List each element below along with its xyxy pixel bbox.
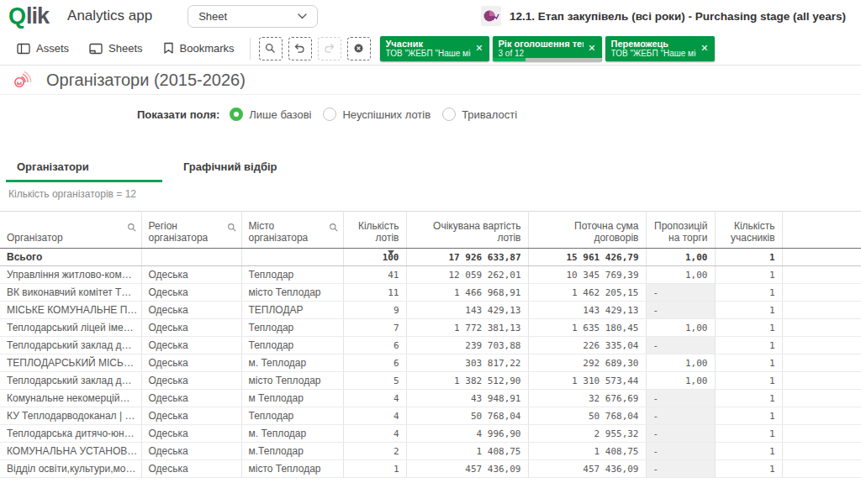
- cell-expected[interactable]: 1 466 968,91: [406, 284, 528, 302]
- cell-name[interactable]: Теплодарська дитячо-юн…: [0, 425, 141, 443]
- close-icon[interactable]: ✕: [588, 43, 595, 54]
- column-search-icon[interactable]: [227, 223, 237, 235]
- cell-region[interactable]: Одеська: [141, 319, 241, 337]
- cell-region[interactable]: Одеська: [141, 354, 241, 372]
- totals-cell-participants[interactable]: 1: [715, 249, 782, 266]
- sheets-button[interactable]: Sheets: [79, 32, 152, 65]
- radio-option-2[interactable]: Неуспішних лотів: [323, 108, 430, 121]
- cell-proposals[interactable]: 1,00: [646, 319, 715, 337]
- cell-current[interactable]: 457 436,09: [528, 460, 646, 478]
- cell-participants[interactable]: 1: [715, 460, 782, 478]
- column-header-name[interactable]: Організатор: [0, 212, 141, 249]
- column-header-lots[interactable]: Кількість лотів: [343, 212, 406, 249]
- cell-city[interactable]: місто Теплодар: [241, 372, 343, 390]
- cell-proposals[interactable]: -: [646, 284, 715, 302]
- column-search-icon[interactable]: [127, 223, 137, 235]
- cell-name[interactable]: Відділ освіти,культури,мо…: [0, 460, 141, 478]
- cell-current[interactable]: 292 689,30: [528, 354, 646, 372]
- radio-option-1[interactable]: Лише базові: [230, 108, 311, 121]
- cell-city[interactable]: Теплодар: [241, 407, 343, 425]
- cell-expected[interactable]: 1 382 512,90: [406, 372, 528, 390]
- cell-expected[interactable]: 303 817,22: [406, 354, 528, 372]
- cell-lots[interactable]: 41: [343, 266, 406, 284]
- totals-cell-expected[interactable]: 17 926 633,87: [406, 249, 528, 266]
- cell-name[interactable]: КОМУНАЛЬНА УСТАНОВ…: [0, 443, 141, 460]
- cell-name[interactable]: Теплодарський заклад д…: [0, 372, 141, 390]
- cell-current[interactable]: 1 462 205,15: [528, 284, 646, 302]
- search-selections-button[interactable]: [259, 37, 283, 60]
- column-header-proposals[interactable]: Пропозицій на торги: [646, 212, 715, 249]
- cell-name[interactable]: Управління житлово-ком…: [0, 266, 141, 284]
- cell-region[interactable]: Одеська: [141, 302, 241, 319]
- cell-proposals[interactable]: -: [646, 460, 715, 478]
- close-icon[interactable]: ✕: [700, 43, 708, 54]
- cell-proposals[interactable]: -: [646, 302, 715, 319]
- column-search-icon[interactable]: [329, 223, 339, 235]
- cell-city[interactable]: м Теплодар: [241, 390, 343, 407]
- cell-region[interactable]: Одеська: [141, 443, 241, 460]
- cell-city[interactable]: м. Теплодар: [241, 354, 343, 372]
- cell-lots[interactable]: 9: [343, 302, 406, 319]
- cell-lots[interactable]: 11: [343, 284, 406, 302]
- cell-expected[interactable]: 1 408,75: [406, 443, 528, 460]
- cell-city[interactable]: ТЕПЛОДАР: [241, 302, 343, 319]
- cell-region[interactable]: Одеська: [141, 337, 241, 354]
- cell-current[interactable]: 226 335,04: [528, 337, 646, 354]
- cell-region[interactable]: Одеська: [141, 460, 241, 478]
- cell-region[interactable]: Одеська: [141, 390, 241, 407]
- cell-participants[interactable]: 1: [715, 319, 782, 337]
- column-header-region[interactable]: Регіон організатора: [141, 212, 241, 249]
- cell-current[interactable]: 50 768,04: [528, 407, 646, 425]
- cell-name[interactable]: ТЕПЛОДАРСЬКИЙ МІСЬ…: [0, 354, 141, 372]
- cell-participants[interactable]: 1: [715, 443, 782, 460]
- cell-expected[interactable]: 1 772 381,13: [406, 319, 528, 337]
- cell-current[interactable]: 1 408,75: [528, 443, 646, 460]
- cell-region[interactable]: Одеська: [141, 284, 241, 302]
- sheet-selector[interactable]: Sheet: [188, 5, 318, 28]
- filter-chip-3[interactable]: ПереможецьТОВ "ЖЕБП "Наше міст…✕: [605, 36, 715, 61]
- cell-region[interactable]: Одеська: [141, 425, 241, 443]
- cell-expected[interactable]: 43 948,91: [406, 390, 528, 407]
- cell-lots[interactable]: 6: [343, 337, 406, 354]
- cell-participants[interactable]: 1: [715, 302, 782, 319]
- cell-expected[interactable]: 12 059 262,01: [406, 266, 528, 284]
- cell-participants[interactable]: 1: [715, 337, 782, 354]
- cell-city[interactable]: місто Теплодар: [241, 284, 343, 302]
- cell-lots[interactable]: 4: [343, 407, 406, 425]
- cell-proposals[interactable]: 1,00: [646, 372, 715, 390]
- cell-proposals[interactable]: 1,00: [646, 354, 715, 372]
- filter-chip-1[interactable]: УчасникТОВ "ЖЕБП "Наше міст…✕: [380, 36, 489, 61]
- cell-name[interactable]: МІСЬКЕ КОМУНАЛЬНЕ П…: [0, 302, 141, 319]
- cell-proposals[interactable]: -: [646, 443, 715, 460]
- cell-region[interactable]: Одеська: [141, 372, 241, 390]
- cell-region[interactable]: Одеська: [141, 407, 241, 425]
- cell-participants[interactable]: 1: [715, 390, 782, 407]
- cell-participants[interactable]: 1: [715, 266, 782, 284]
- cell-participants[interactable]: 1: [715, 425, 782, 443]
- cell-name[interactable]: Теплодарський заклад д…: [0, 337, 141, 354]
- cell-lots[interactable]: 5: [343, 372, 406, 390]
- cell-expected[interactable]: 50 768,04: [406, 407, 528, 425]
- cell-current[interactable]: 1 635 180,45: [528, 319, 646, 337]
- bookmarks-button[interactable]: Bookmarks: [153, 32, 245, 65]
- cell-participants[interactable]: 1: [715, 407, 782, 425]
- clear-selections-button[interactable]: [347, 37, 371, 60]
- cell-expected[interactable]: 457 436,09: [406, 460, 528, 478]
- cell-expected[interactable]: 143 429,13: [406, 302, 528, 319]
- cell-expected[interactable]: 239 703,88: [406, 337, 528, 354]
- cell-proposals[interactable]: 1,00: [646, 266, 715, 284]
- cell-current[interactable]: 1 310 573,44: [528, 372, 646, 390]
- cell-current[interactable]: 143 429,13: [528, 302, 646, 319]
- cell-region[interactable]: Одеська: [141, 266, 241, 284]
- cell-name[interactable]: Комунальне некомерцій…: [0, 390, 141, 407]
- filter-chip-2[interactable]: Рік оголошення тен…3 of 12✕: [493, 36, 602, 61]
- cell-current[interactable]: 2 955,32: [528, 425, 646, 443]
- column-header-city[interactable]: Місто організатора: [241, 212, 343, 249]
- cell-name[interactable]: ВК виконавчий комітет Т…: [0, 284, 141, 302]
- cell-current[interactable]: 10 345 769,39: [528, 266, 646, 284]
- cell-lots[interactable]: 4: [343, 390, 406, 407]
- assets-button[interactable]: Assets: [7, 32, 79, 65]
- cell-proposals[interactable]: -: [646, 390, 715, 407]
- column-header-participants[interactable]: Кількість учасників: [715, 212, 782, 249]
- cell-city[interactable]: Теплодар: [241, 337, 343, 354]
